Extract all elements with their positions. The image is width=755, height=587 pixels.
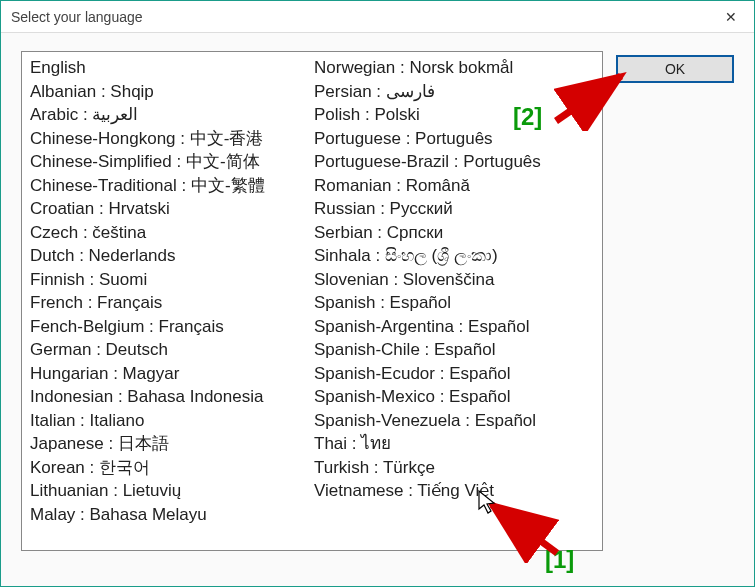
close-icon: ✕ — [725, 9, 737, 25]
language-option[interactable]: German : Deutsch — [28, 338, 312, 362]
ok-button-label: OK — [665, 61, 685, 77]
language-option[interactable]: Lithuanian : Lietuvių — [28, 479, 312, 503]
language-option[interactable]: Chinese-Hongkong : 中文-香港 — [28, 127, 312, 151]
language-option[interactable]: Polish : Polski — [312, 103, 596, 127]
language-option[interactable]: French : Français — [28, 291, 312, 315]
language-option[interactable]: Turkish : Türkçe — [312, 456, 596, 480]
language-option[interactable]: Czech : čeština — [28, 221, 312, 245]
language-option[interactable]: Hungarian : Magyar — [28, 362, 312, 386]
language-option[interactable]: Vietnamese : Tiếng Việt — [312, 479, 596, 503]
language-option[interactable]: Finnish : Suomi — [28, 268, 312, 292]
language-option[interactable]: Russian : Русский — [312, 197, 596, 221]
language-option[interactable]: Romanian : Română — [312, 174, 596, 198]
window-title: Select your language — [11, 9, 708, 25]
language-option[interactable]: Sinhala : සිංහල (ශ්‍රී ලංකා) — [312, 244, 596, 268]
language-option[interactable]: Japanese : 日本語 — [28, 432, 312, 456]
titlebar: Select your language ✕ — [1, 1, 754, 33]
language-option[interactable]: Chinese-Simplified : 中文-简体 — [28, 150, 312, 174]
language-option[interactable]: Croatian : Hrvatski — [28, 197, 312, 221]
language-listbox[interactable]: EnglishAlbanian : ShqipArabic : العربيةC… — [21, 51, 603, 551]
language-option[interactable]: Dutch : Nederlands — [28, 244, 312, 268]
language-option[interactable]: Korean : 한국어 — [28, 456, 312, 480]
language-option[interactable]: Fench-Belgium : Français — [28, 315, 312, 339]
language-option[interactable]: Persian : فارسی — [312, 80, 596, 104]
language-option[interactable]: English — [28, 56, 312, 80]
language-option[interactable]: Arabic : العربية — [28, 103, 312, 127]
language-option[interactable]: Spanish-Venezuela : Español — [312, 409, 596, 433]
language-option[interactable]: Norwegian : Norsk bokmål — [312, 56, 596, 80]
language-option[interactable]: Slovenian : Slovenščina — [312, 268, 596, 292]
language-option[interactable]: Serbian : Српски — [312, 221, 596, 245]
language-option[interactable]: Albanian : Shqip — [28, 80, 312, 104]
language-option[interactable]: Indonesian : Bahasa Indonesia — [28, 385, 312, 409]
language-option[interactable]: Malay : Bahasa Melayu — [28, 503, 312, 527]
language-select-dialog: Select your language ✕ EnglishAlbanian :… — [0, 0, 755, 587]
language-option[interactable]: Spanish-Chile : Español — [312, 338, 596, 362]
language-option[interactable]: Portuguese-Brazil : Português — [312, 150, 596, 174]
close-button[interactable]: ✕ — [708, 1, 754, 33]
language-option[interactable]: Thai : ไทย — [312, 432, 596, 456]
language-option[interactable]: Chinese-Traditional : 中文-繁體 — [28, 174, 312, 198]
language-option[interactable]: Spanish-Argentina : Español — [312, 315, 596, 339]
language-option[interactable]: Spanish-Mexico : Español — [312, 385, 596, 409]
language-option[interactable]: Portuguese : Português — [312, 127, 596, 151]
language-option[interactable]: Italian : Italiano — [28, 409, 312, 433]
language-option[interactable]: Spanish-Ecudor : Español — [312, 362, 596, 386]
ok-button[interactable]: OK — [616, 55, 734, 83]
language-option[interactable]: Spanish : Español — [312, 291, 596, 315]
